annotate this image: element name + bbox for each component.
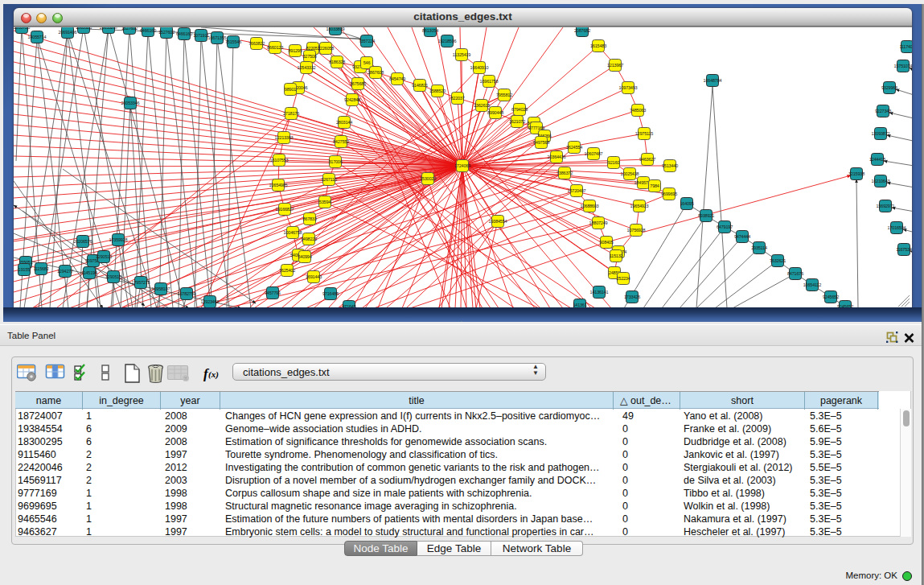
svg-text:3675685: 3675685	[350, 81, 366, 86]
svg-text:867833: 867833	[302, 216, 316, 221]
svg-text:7625402: 7625402	[279, 268, 295, 273]
svg-text:2867608: 2867608	[368, 70, 384, 75]
svg-text:2055726: 2055726	[14, 27, 30, 30]
svg-text:2718176: 2718176	[283, 111, 299, 116]
svg-text:8471676: 8471676	[787, 271, 803, 276]
svg-text:12093872: 12093872	[872, 131, 890, 136]
svg-text:6479197: 6479197	[717, 225, 733, 229]
svg-text:1244415: 1244415	[869, 157, 885, 162]
svg-text:1527602: 1527602	[158, 30, 175, 35]
svg-text:14136141: 14136141	[590, 290, 609, 295]
svg-text:16107553: 16107553	[270, 158, 289, 163]
svg-text:19155: 19155	[18, 267, 30, 272]
svg-text:9513440: 9513440	[662, 163, 678, 168]
svg-text:7632621: 7632621	[770, 258, 786, 263]
svg-text:546: 546	[363, 60, 371, 65]
svg-text:12923468: 12923468	[201, 299, 220, 304]
svg-text:1065326: 1065326	[76, 27, 92, 30]
svg-text:7357224: 7357224	[359, 39, 375, 43]
svg-text:6794028: 6794028	[511, 107, 528, 112]
svg-text:1117404: 1117404	[899, 44, 912, 49]
svg-text:2803144: 2803144	[336, 120, 352, 125]
svg-text:822037: 822037	[450, 96, 464, 101]
svg-text:1071911: 1071911	[193, 33, 209, 38]
svg-text:16640910: 16640910	[470, 65, 489, 70]
svg-text:7386372: 7386372	[556, 171, 573, 175]
svg-text:540994: 540994	[298, 254, 311, 259]
svg-text:1615483: 1615483	[590, 43, 606, 48]
svg-text:7485063: 7485063	[630, 108, 646, 113]
svg-text:10654112: 10654112	[803, 282, 822, 287]
svg-text:10543332: 10543332	[298, 65, 316, 70]
svg-text:8660123: 8660123	[267, 45, 283, 50]
svg-text:20364436: 20364436	[548, 154, 566, 159]
svg-text:9146821: 9146821	[412, 83, 428, 88]
svg-text:1115682: 1115682	[33, 266, 48, 271]
svg-text:1145194: 1145194	[81, 270, 97, 275]
svg-text:9227343: 9227343	[875, 109, 891, 113]
svg-text:15720407: 15720407	[568, 188, 586, 193]
svg-text:9457791: 9457791	[265, 290, 281, 295]
svg-text:2226058: 2226058	[318, 46, 334, 51]
svg-text:1724069: 1724069	[454, 163, 470, 168]
svg-text:1362615: 1362615	[474, 103, 490, 108]
svg-text:908405: 908405	[599, 240, 613, 245]
svg-text:1290513: 1290513	[96, 254, 112, 259]
svg-text:10688603: 10688603	[581, 204, 599, 208]
svg-text:317006: 317006	[328, 159, 342, 164]
svg-text:9463627: 9463627	[639, 157, 655, 162]
svg-text:9498222: 9498222	[301, 237, 317, 241]
svg-text:8454749: 8454749	[389, 76, 405, 81]
svg-text:115132: 115132	[610, 253, 623, 258]
svg-text:10607487: 10607487	[585, 151, 603, 156]
svg-text:891295: 891295	[288, 48, 302, 53]
svg-text:19654923: 19654923	[630, 204, 649, 208]
svg-text:1527602: 1527602	[121, 27, 138, 31]
svg-text:8990448: 8990448	[487, 110, 503, 115]
svg-text:10756928: 10756928	[627, 228, 646, 233]
svg-text:17957275: 17957275	[132, 280, 150, 285]
svg-text:3624554: 3624554	[566, 145, 582, 150]
svg-text:14055714: 14055714	[28, 35, 47, 39]
svg-text:1290515: 1290515	[105, 274, 121, 279]
svg-text:15751074: 15751074	[894, 64, 912, 68]
svg-text:7955812: 7955812	[496, 93, 512, 97]
svg-text:16210643: 16210643	[872, 179, 890, 183]
svg-text:53594: 53594	[319, 200, 331, 204]
svg-text:8813054: 8813054	[422, 28, 438, 33]
svg-text:6497568: 6497568	[533, 140, 549, 145]
svg-text:1621072: 1621072	[509, 119, 525, 124]
svg-text:10973493: 10973493	[619, 85, 638, 90]
svg-text:1733426: 1733426	[624, 295, 640, 299]
svg-text:9699695: 9699695	[661, 192, 677, 196]
svg-text:11325419: 11325419	[453, 52, 471, 57]
svg-text:92160: 92160	[608, 160, 619, 165]
svg-text:18807249: 18807249	[589, 220, 608, 225]
svg-text:9245652: 9245652	[823, 295, 839, 299]
svg-text:6466160: 6466160	[176, 31, 192, 36]
svg-text:17016504: 17016504	[888, 225, 906, 230]
svg-text:16671355: 16671355	[208, 35, 227, 40]
svg-text:17359928: 17359928	[109, 237, 128, 242]
svg-text:164095: 164095	[680, 201, 693, 206]
svg-text:327508: 327508	[302, 54, 316, 59]
svg-text:98901: 98901	[285, 87, 296, 92]
svg-text:10046758: 10046758	[284, 230, 302, 235]
svg-text:2935114: 2935114	[751, 245, 767, 250]
svg-text:9242848: 9242848	[344, 97, 360, 102]
svg-text:9716485: 9716485	[322, 291, 339, 296]
svg-text:12975115: 12975115	[635, 131, 654, 136]
svg-text:7515546: 7515546	[225, 39, 241, 44]
svg-text:252234: 252234	[616, 276, 630, 281]
svg-text:16648784: 16648784	[704, 78, 722, 83]
svg-text:10654985: 10654985	[269, 183, 288, 187]
svg-text:1588520: 1588520	[429, 89, 446, 93]
svg-text:16033809: 16033809	[326, 27, 345, 31]
svg-text:1213967: 1213967	[607, 63, 623, 68]
svg-text:2087682: 2087682	[574, 28, 590, 33]
svg-text:8427552: 8427552	[333, 139, 349, 144]
svg-text:8938921: 8938921	[698, 213, 714, 218]
svg-text:19166827: 19166827	[276, 207, 294, 212]
svg-text:8186328: 8186328	[329, 60, 345, 64]
svg-text:1691443: 1691443	[306, 274, 322, 279]
